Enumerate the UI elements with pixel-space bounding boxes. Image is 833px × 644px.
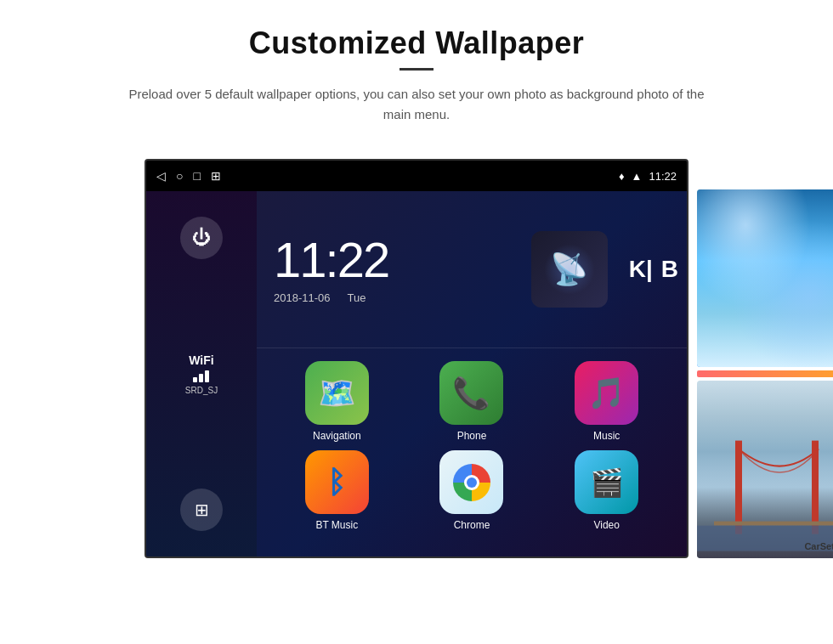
date-display: 2018-11-06 [274, 291, 331, 304]
media-b: B [661, 256, 678, 283]
bluetooth-icon: ᛒ [327, 465, 346, 500]
navigation-icon: 🗺️ [305, 361, 369, 425]
music-icon: 🎵 [575, 361, 638, 425]
android-device: ◁ ○ □ ⊞ ♦ ▲ 11:22 ⏻ WiFi [144, 159, 688, 558]
svg-rect-2 [714, 521, 833, 525]
subtitle: Preload over 5 default wallpaper options… [119, 84, 714, 125]
page-container: Customized Wallpaper Preload over 5 defa… [0, 0, 833, 644]
power-button[interactable]: ⏻ [180, 217, 223, 259]
phone-icon: 📞 [439, 361, 503, 425]
clapperboard-icon: 🎬 [590, 466, 624, 499]
wallpaper-middle-strip [697, 370, 833, 377]
header-section: Customized Wallpaper Preload over 5 defa… [119, 25, 714, 125]
bridge-svg [697, 416, 833, 558]
phone-handset-icon: 📞 [452, 376, 490, 411]
widget-area: 📡 [518, 191, 620, 347]
ice-cave-image [697, 189, 833, 367]
android-screen: ◁ ○ □ ⊞ ♦ ▲ 11:22 ⏻ WiFi [144, 159, 688, 558]
music-label: Music [593, 430, 620, 442]
chrome-circle [453, 464, 490, 501]
carsetting-label: CarSetting [804, 541, 833, 551]
chrome-app-icon [439, 450, 503, 514]
back-icon[interactable]: ◁ [156, 169, 166, 183]
svg-rect-0 [735, 440, 742, 534]
wallpaper-ice-cave[interactable] [697, 189, 833, 367]
app-phone[interactable]: 📞 Phone [409, 361, 536, 442]
wifi-ssid: SRD_SJ [185, 386, 218, 395]
gps-icon: ♦ [619, 170, 625, 183]
phone-label: Phone [457, 430, 487, 442]
bt-music-label: BT Music [315, 519, 358, 531]
bar-1 [193, 377, 197, 382]
apps-button[interactable]: ⊞ [180, 489, 223, 531]
navigation-label: Navigation [313, 430, 361, 442]
status-bar: ◁ ○ □ ⊞ ♦ ▲ 11:22 [146, 161, 687, 191]
video-icon: 🎬 [575, 450, 638, 514]
content-area: ◁ ○ □ ⊞ ♦ ▲ 11:22 ⏻ WiFi [144, 159, 688, 558]
app-grid: 🗺️ Navigation 📞 Phone 🎵 [257, 348, 687, 544]
clock-time: 11:22 [274, 235, 502, 285]
wifi-label: WiFi [185, 353, 218, 367]
wallpaper-thumbnails: CarSetting [697, 189, 833, 558]
app-bt-music[interactable]: ᛒ BT Music [274, 450, 400, 531]
clock-area: 11:22 2018-11-06 Tue [257, 191, 518, 347]
app-navigation[interactable]: 🗺️ Navigation [274, 361, 400, 442]
chrome-inner [467, 477, 477, 488]
app-chrome[interactable]: Chrome [409, 450, 536, 531]
signal-icon: ▲ [632, 170, 643, 183]
app-music[interactable]: 🎵 Music [543, 361, 670, 442]
music-note-icon: 🎵 [587, 376, 626, 411]
video-label: Video [593, 519, 619, 531]
android-main: 11:22 2018-11-06 Tue 📡 [257, 191, 687, 556]
app-video[interactable]: 🎬 Video [543, 450, 670, 531]
left-sidebar: ⏻ WiFi SRD_SJ ⊞ [146, 191, 257, 556]
bar-2 [199, 374, 203, 382]
bt-music-icon: ᛒ [305, 450, 369, 514]
wallpaper-bridge[interactable]: CarSetting [697, 381, 833, 558]
recents-icon[interactable]: □ [193, 169, 200, 183]
radio-glow [544, 244, 595, 295]
media-k: K| [629, 256, 653, 283]
media-controls: K| B [620, 191, 687, 347]
radio-widget[interactable]: 📡 [531, 231, 608, 308]
clock-status: 11:22 [649, 170, 677, 183]
status-bar-right: ♦ ▲ 11:22 [619, 170, 677, 183]
title-divider [400, 68, 434, 71]
nav-map-icon: 🗺️ [318, 376, 356, 411]
day-display: Tue [348, 291, 366, 304]
top-section: 11:22 2018-11-06 Tue 📡 [257, 191, 687, 348]
clock-date: 2018-11-06 Tue [274, 291, 502, 304]
status-bar-left: ◁ ○ □ ⊞ [156, 169, 221, 183]
page-title: Customized Wallpaper [119, 25, 714, 61]
home-icon[interactable]: ○ [176, 169, 183, 183]
wifi-bars [185, 370, 218, 382]
wifi-info: WiFi SRD_SJ [185, 353, 218, 395]
bridge-scene [697, 381, 833, 558]
screenshot-icon[interactable]: ⊞ [211, 169, 221, 183]
bar-3 [205, 370, 209, 382]
chrome-label: Chrome [454, 519, 490, 531]
